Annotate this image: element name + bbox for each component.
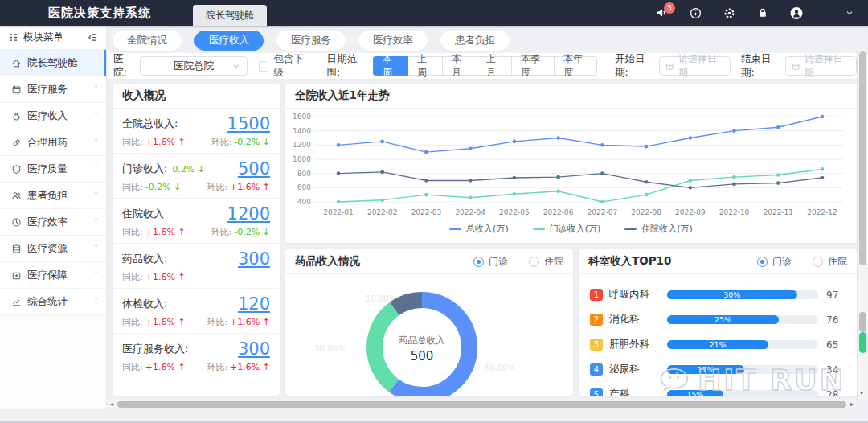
svg-text:2022-08: 2022-08 xyxy=(631,208,661,216)
radio-住院[interactable]: 住院 xyxy=(813,255,847,269)
chevron-down-icon xyxy=(232,62,240,70)
chevron-down-icon: ˅ xyxy=(94,165,98,174)
income-value-link[interactable]: 500 xyxy=(238,159,270,179)
sidebar-item-database[interactable]: 医疗资源 ˅ xyxy=(0,236,106,262)
hospital-select[interactable]: 医院总院 xyxy=(140,56,248,76)
section-tab-2[interactable]: 医疗服务 xyxy=(276,31,346,51)
collapse-menu-icon[interactable] xyxy=(88,32,98,43)
income-value-link[interactable]: 300 xyxy=(238,249,270,269)
sidebar-item-home[interactable]: 院长驾驶舱 xyxy=(0,50,106,76)
radio-住院[interactable]: 住院 xyxy=(529,255,563,269)
database-icon xyxy=(11,244,22,254)
radio-门诊[interactable]: 门诊 xyxy=(473,255,508,269)
date-range-button[interactable]: 本周 xyxy=(373,56,408,76)
users-icon xyxy=(11,191,22,201)
dept-bar: 21% xyxy=(667,340,818,349)
radio-门诊[interactable]: 门诊 xyxy=(757,255,792,269)
topbar: 医院决策支持系统 院长驾驶舱 5 xyxy=(0,0,868,26)
legend-item[interactable]: 总收入(万) xyxy=(449,223,509,235)
end-date-input[interactable]: 请选择日期 xyxy=(785,56,857,76)
avatar[interactable] xyxy=(789,6,804,20)
income-value-link[interactable]: 1200 xyxy=(227,204,270,224)
horizontal-scrollbar[interactable]: ◂ ▸ xyxy=(107,400,857,409)
rank-badge: 1 xyxy=(590,289,603,301)
radio-dot xyxy=(473,257,484,267)
pill-icon xyxy=(11,138,22,148)
radio-dot xyxy=(529,257,539,267)
sidebar-item-clock[interactable]: 医疗效率 ˅ xyxy=(0,209,106,236)
sidebar-item-money-bag[interactable]: 医疗收入 ˅ xyxy=(0,103,106,129)
dept-name: 肝胆外科 xyxy=(609,338,667,351)
horizontal-scrollbar-thumb[interactable] xyxy=(117,401,846,408)
top10-row: 1 呼吸内科 30% 97 xyxy=(590,282,847,307)
dept-name: 呼吸内科 xyxy=(609,288,667,302)
income-value-link[interactable]: 1500 xyxy=(227,114,270,133)
chevron-down-icon: ˅ xyxy=(94,191,98,200)
filter-bar: 医院: 医院总院 包含下级 日期范围: 本周上周本月上月本季度本年度 开始日期:… xyxy=(107,53,857,80)
date-range-group: 本周上周本月上月本季度本年度 xyxy=(373,56,597,76)
sidebar-item-shield[interactable]: 医疗质量 ˅ xyxy=(0,156,106,183)
lock-icon[interactable] xyxy=(755,6,770,20)
rank-badge: 5 xyxy=(590,388,603,396)
sidebar-item-users[interactable]: 患者负担 ˅ xyxy=(0,183,106,209)
hospital-select-value: 医院总院 xyxy=(174,60,214,73)
section-tab-3[interactable]: 医疗效率 xyxy=(358,31,428,51)
top10-row: 2 消化科 25% 76 xyxy=(590,307,847,332)
announcement-icon[interactable]: 5 xyxy=(654,6,669,20)
sidebar-item-label: 医疗质量 xyxy=(27,162,68,176)
include-sub-checkbox[interactable] xyxy=(259,61,268,72)
calendar-icon xyxy=(665,62,674,71)
topbar-tab-dashboard[interactable]: 院长驾驶舱 xyxy=(193,5,267,26)
svg-text:2022-02: 2022-02 xyxy=(367,208,398,216)
dept-name: 消化科 xyxy=(609,313,667,326)
scroll-right-arrow[interactable]: ▸ xyxy=(847,400,857,408)
scroll-left-arrow[interactable]: ◂ xyxy=(107,400,117,408)
scroll-down-arrow[interactable]: ▾ xyxy=(860,389,863,396)
income-row: 门诊收入:-0.2% ↓ 500 同比:-0.2% ↓ 环比:+1.6% ↑ xyxy=(113,154,280,199)
dept-bar-percent: 15% xyxy=(686,390,703,396)
dept-bar-percent: 17% xyxy=(697,365,714,374)
svg-text:2022-10: 2022-10 xyxy=(719,208,750,216)
info-icon[interactable] xyxy=(688,6,702,20)
section-tab-1[interactable]: 医疗收入 xyxy=(194,31,264,51)
vertical-scrollbar-thumb[interactable] xyxy=(859,51,866,265)
svg-text:800: 800 xyxy=(297,170,311,178)
sidebar-item-medkit[interactable]: 医疗保障 ˅ xyxy=(0,262,106,289)
gear-icon[interactable] xyxy=(722,6,736,20)
date-range-button[interactable]: 本年度 xyxy=(555,56,597,76)
yoy-text: 同比:+1.6% ↑ xyxy=(122,361,186,373)
sidebar-item-pill[interactable]: 合理用药 ˅ xyxy=(0,129,106,156)
income-label: 住院收入 xyxy=(122,207,164,224)
dept-bar: 30% xyxy=(667,290,818,299)
mom-text: 环比:-0.2% ↓ xyxy=(211,136,270,148)
yoy-text: 同比:+1.6% ↑ xyxy=(122,136,186,148)
sidebar-item-label: 综合统计 xyxy=(27,295,68,309)
chevron-down-icon[interactable] xyxy=(842,6,857,20)
svg-text:1600: 1600 xyxy=(293,113,311,121)
section-tab-4[interactable]: 患者负担 xyxy=(440,31,510,51)
date-range-button[interactable]: 上月 xyxy=(477,56,512,76)
dept-bar-percent: 21% xyxy=(709,340,726,349)
income-label: 门诊收入:-0.2% ↓ xyxy=(122,162,205,179)
sidebar-item-label: 医疗收入 xyxy=(27,109,68,123)
income-overview-rows: 全院总收入: 1500 同比:+1.6% ↑ 环比:-0.2% ↓ 门诊收入:-… xyxy=(113,109,280,378)
svg-text:1000: 1000 xyxy=(293,155,311,163)
top10-row: 4 泌尿科 17% 34 xyxy=(590,357,847,382)
trend-legend: 总收入(万)门诊收入(万)住院收入(万) xyxy=(285,223,857,235)
income-overview-panel: 收入概况 全院总收入: 1500 同比:+1.6% ↑ 环比:-0.2% ↓ 门… xyxy=(113,84,280,396)
section-tab-0[interactable]: 全院情况 xyxy=(113,31,182,51)
start-date-input[interactable]: 请选择日期 xyxy=(659,56,731,76)
date-range-button[interactable]: 本季度 xyxy=(512,56,555,76)
include-sub-label: 包含下级 xyxy=(273,52,309,80)
date-range-button[interactable]: 上周 xyxy=(408,56,443,76)
sidebar-item-label: 医疗资源 xyxy=(27,242,68,256)
sidebar-item-chart[interactable]: 综合统计 ˅ xyxy=(0,289,106,315)
income-value-link[interactable]: 300 xyxy=(238,339,270,359)
legend-item[interactable]: 住院收入(万) xyxy=(624,223,693,235)
date-range-button[interactable]: 本月 xyxy=(443,56,477,76)
income-value-link[interactable]: 120 xyxy=(238,294,270,314)
legend-item[interactable]: 门诊收入(万) xyxy=(533,223,601,235)
income-overview-title: 收入概况 xyxy=(122,88,166,103)
sidebar-item-calendar[interactable]: 医疗服务 ˅ xyxy=(0,76,106,103)
vertical-scrollbar[interactable]: ▾ xyxy=(857,50,868,400)
